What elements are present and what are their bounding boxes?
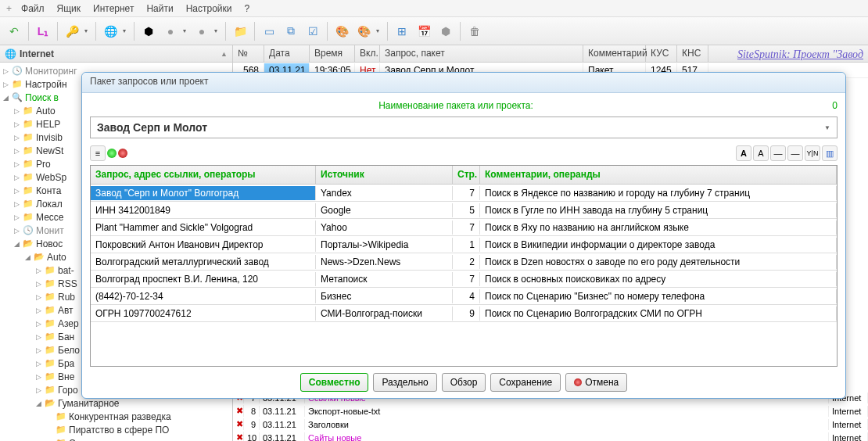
separately-button[interactable]: Раздельно <box>373 373 436 392</box>
grid-icon[interactable]: ⊞ <box>393 22 411 41</box>
col-pages[interactable]: Стр. <box>453 166 480 184</box>
cubes-icon[interactable]: ⬢ <box>139 22 158 41</box>
palette1-icon[interactable]: 🎨 <box>332 22 351 41</box>
grid-col[interactable]: КУС <box>646 45 677 62</box>
grid-col[interactable]: Время <box>310 45 355 62</box>
col-query[interactable]: Запрос, адрес ссылки, операторы <box>91 166 316 184</box>
dialog: Пакет запросов или проект Наименование п… <box>81 72 846 399</box>
query-row[interactable]: Волгоград проспект В.И. Ленина, 120Метап… <box>91 271 837 288</box>
menu-box[interactable]: Ящик <box>51 2 88 16</box>
tree-item[interactable]: 📁Пиратство в сфере ПО <box>0 423 232 436</box>
font-a-icon[interactable]: A <box>736 145 751 161</box>
trash-icon[interactable]: 🗑 <box>465 22 484 41</box>
dialog-grid: Запрос, адрес ссылки, операторы Источник… <box>90 165 838 367</box>
green-dot-icon[interactable] <box>107 149 117 158</box>
together-button[interactable]: Совместно <box>300 373 369 392</box>
overview-button[interactable]: Обзор <box>442 373 486 392</box>
grid-col[interactable]: Запрос, пакет <box>380 45 583 62</box>
save-button[interactable]: Сохранение <box>490 373 561 392</box>
menubar: + Файл Ящик Интернет Найти Настройки ? <box>0 0 868 17</box>
sphere2-icon[interactable]: ● <box>192 22 211 41</box>
win1-icon[interactable]: ▭ <box>260 22 278 41</box>
yn-icon[interactable]: Y|N <box>805 145 820 161</box>
stop-icon[interactable]: ⬢ <box>436 22 455 41</box>
query-row[interactable]: Plant "Hammer and Sickle" VolgogradYahoo… <box>91 219 837 236</box>
tree-icon[interactable]: 📁 <box>231 22 249 41</box>
bars-icon[interactable]: ▥ <box>822 145 838 161</box>
menu-find[interactable]: Найти <box>140 2 179 16</box>
sidebar-header: Internet ▲ <box>0 45 232 63</box>
link-row[interactable]: ✖903.11.21ЗаголовкиInternet <box>233 418 868 431</box>
cancel-button[interactable]: Отмена <box>565 373 627 392</box>
palette2-icon[interactable]: 🎨 <box>354 22 373 41</box>
link-row[interactable]: ✖803.11.21Экспорт-новые-txtInternet <box>233 404 868 418</box>
win3-icon[interactable]: ☑ <box>303 22 322 41</box>
grid-col[interactable]: Дата <box>264 45 310 62</box>
dialog-title: Пакет запросов или проект <box>82 73 845 93</box>
menu-internet[interactable]: Интернет <box>87 2 140 16</box>
back-icon[interactable]: ↶ <box>5 22 23 41</box>
dialog-counter: 0 <box>822 100 838 111</box>
dialog-label: Наименование пакета или проекта: <box>90 100 822 111</box>
layer-icon[interactable]: L₁ <box>34 22 52 41</box>
tree-item[interactable]: 📁Социология <box>0 436 232 441</box>
menu-plus[interactable]: + <box>3 2 15 16</box>
calendar-icon[interactable]: 📅 <box>414 22 433 41</box>
query-row[interactable]: (8442)-70-12-34Бизнес4Поиск по Сценарию … <box>91 288 837 305</box>
win2-icon[interactable]: ⧉ <box>282 22 300 41</box>
query-row[interactable]: Завод "Серп и Молот" ВолгоградYandex7Пои… <box>91 185 837 202</box>
tree-item[interactable]: 📁Конкурентная разведка <box>0 410 232 423</box>
query-row[interactable]: Покровский Антон Иванович ДиректорПортал… <box>91 236 837 253</box>
grid-col[interactable]: Вкл. <box>355 45 380 62</box>
menu-file[interactable]: Файл <box>15 2 51 16</box>
font-a2-icon[interactable]: A <box>753 145 769 161</box>
query-row[interactable]: ОГРН 1097700247612СМИ-Волгоград-поиски9П… <box>91 305 837 322</box>
minus-icon[interactable]: — <box>770 145 786 161</box>
query-row[interactable]: Волгоградский металлургический заводNews… <box>91 253 837 271</box>
red-dot-icon[interactable] <box>118 149 127 158</box>
watermark: SiteSputnik: Проект "Завод <box>737 48 863 61</box>
list-icon[interactable]: ≡ <box>90 145 106 161</box>
menu-settings[interactable]: Настройки <box>180 2 239 16</box>
col-comments[interactable]: Комментарии, операнды <box>480 166 837 184</box>
project-name-input[interactable]: Завод Серп и Молот▼ <box>90 117 838 138</box>
minus2-icon[interactable]: — <box>787 145 803 161</box>
grid-col[interactable]: КНС <box>677 45 708 62</box>
key-icon[interactable]: 🔑 <box>63 22 81 41</box>
grid-col[interactable]: № <box>233 45 264 62</box>
link-row[interactable]: ✖1003.11.21Сайты новыеInternet <box>233 431 868 441</box>
query-row[interactable]: ИНН 3412001849Google5Поиск в Гугле по ИН… <box>91 202 837 219</box>
globe-icon[interactable]: 🌐 <box>101 22 120 41</box>
sphere-icon[interactable]: ● <box>161 22 180 41</box>
grid-col[interactable]: Комментарий <box>583 45 646 62</box>
toolbar: ↶ L₁ 🔑▾ 🌐▾ ⬢ ●▾ ●▾ 📁 ▭ ⧉ ☑ 🎨 🎨▾ ⊞ 📅 ⬢ 🗑 <box>0 17 868 45</box>
menu-help[interactable]: ? <box>238 2 256 16</box>
col-source[interactable]: Источник <box>316 166 453 184</box>
